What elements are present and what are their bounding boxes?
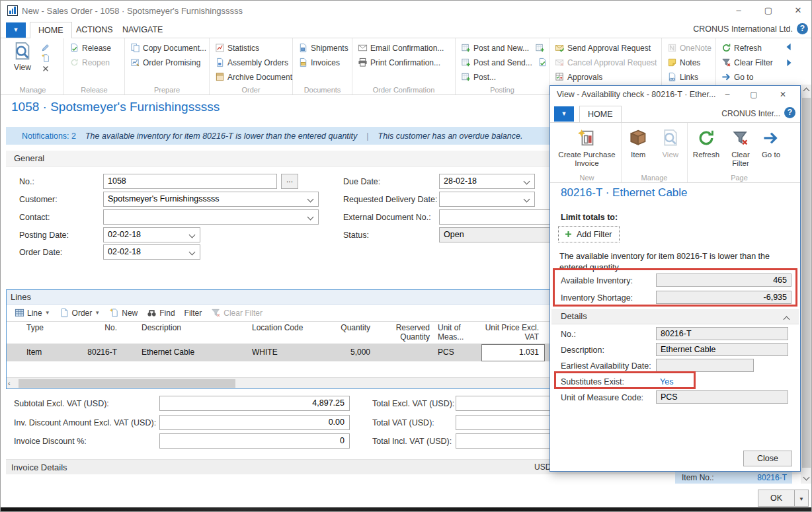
total-excl-vat-field[interactable] bbox=[456, 396, 551, 411]
application-menu-button[interactable]: ▼ bbox=[6, 22, 26, 38]
tab-navigate[interactable]: NAVIGATE bbox=[114, 22, 171, 38]
invoice-discount-pct-field[interactable]: 0 bbox=[159, 433, 350, 449]
popup-refresh-button[interactable]: Refresh bbox=[689, 126, 723, 172]
cell-quantity[interactable]: 5,000 bbox=[317, 344, 376, 361]
new-line-button[interactable]: New bbox=[106, 308, 140, 318]
col-unit-of-measure[interactable]: Unit of Meas... bbox=[435, 322, 481, 344]
go-to-button[interactable]: Go to bbox=[721, 71, 776, 83]
close-button[interactable]: ✕ bbox=[790, 5, 807, 17]
archive-document-button[interactable]: Archive Document bbox=[215, 71, 288, 83]
cell-reserved-quantity[interactable] bbox=[376, 344, 435, 361]
popup-go-to-button[interactable]: Go to bbox=[758, 126, 784, 172]
order-menu-button[interactable]: Order▼ bbox=[57, 308, 103, 318]
total-vat-field[interactable] bbox=[456, 415, 551, 430]
main-vertical-scrollbar[interactable] bbox=[801, 85, 812, 484]
popup-application-menu-button[interactable]: ▼ bbox=[554, 106, 574, 122]
minimize-button[interactable]: – bbox=[730, 5, 747, 17]
cell-type[interactable]: Item bbox=[7, 344, 70, 361]
scroll-up-icon[interactable] bbox=[801, 85, 812, 95]
ok-dropdown-icon[interactable]: ▼ bbox=[794, 490, 808, 506]
previous-record-button[interactable] bbox=[784, 42, 793, 52]
new-document-icon[interactable] bbox=[41, 54, 50, 63]
popup-tab-home[interactable]: HOME bbox=[579, 106, 622, 122]
collapse-details-icon[interactable] bbox=[784, 316, 790, 323]
notes-button[interactable]: Notes bbox=[667, 56, 711, 69]
notification-message-1[interactable]: The available inventory for item 80216-T… bbox=[85, 131, 357, 141]
popup-clear-filter-button[interactable]: Clear Filter bbox=[725, 126, 756, 172]
cell-description[interactable]: Ethernet Cable bbox=[136, 344, 245, 361]
popup-view-button[interactable]: View bbox=[655, 126, 686, 172]
total-incl-vat-field[interactable] bbox=[456, 433, 551, 449]
reopen-button[interactable]: Reopen bbox=[69, 56, 120, 69]
popup-minimize-button[interactable]: – bbox=[719, 89, 735, 100]
post-and-new-button[interactable]: Post and New... bbox=[461, 42, 545, 54]
col-description[interactable]: Description bbox=[136, 322, 245, 344]
send-approval-request-button[interactable]: Send Approval Request bbox=[555, 42, 657, 54]
delete-icon[interactable] bbox=[41, 64, 50, 73]
inv-discount-field[interactable]: 0.00 bbox=[159, 415, 350, 430]
assembly-orders-button[interactable]: Assembly Orders bbox=[215, 56, 288, 69]
no-field[interactable]: 1058 bbox=[103, 174, 277, 189]
refresh-button[interactable]: Refresh bbox=[721, 42, 776, 54]
view-button[interactable]: View bbox=[7, 42, 38, 73]
vertical-scrollbar-thumb[interactable] bbox=[802, 98, 811, 468]
post-and-send-button[interactable]: Post and Send... bbox=[461, 56, 545, 69]
col-quantity[interactable]: Quantity bbox=[317, 322, 376, 344]
order-date-field[interactable]: 02-02-18 bbox=[103, 244, 200, 260]
tab-home[interactable]: HOME bbox=[30, 22, 72, 38]
col-no[interactable]: No. bbox=[70, 322, 136, 344]
ok-button[interactable]: OK ▼ bbox=[758, 490, 809, 507]
requested-delivery-date-field[interactable] bbox=[439, 192, 535, 207]
item-button[interactable]: Item bbox=[623, 126, 654, 172]
maximize-button[interactable]: ▢ bbox=[760, 5, 777, 17]
due-date-field[interactable]: 28-02-18 bbox=[439, 174, 535, 189]
cancel-approval-request-button[interactable]: Cancel Approval Request bbox=[555, 56, 657, 69]
post-button[interactable]: Post... bbox=[461, 71, 545, 83]
popup-close-button[interactable]: ✕ bbox=[775, 89, 791, 100]
factbox-item-no-link[interactable]: 80216-T bbox=[757, 473, 792, 482]
onenote-button[interactable]: OneNote bbox=[667, 42, 711, 54]
popup-maximize-button[interactable]: ▢ bbox=[746, 89, 762, 100]
notifications-count-link[interactable]: Notifications: 2 bbox=[22, 131, 76, 141]
close-button-popup[interactable]: Close bbox=[743, 451, 792, 466]
next-record-button[interactable] bbox=[784, 58, 793, 67]
lines-clear-filter-button[interactable]: Clear Filter bbox=[208, 308, 265, 318]
cell-no[interactable]: 80216-T bbox=[70, 344, 136, 361]
details-section-header[interactable]: Details bbox=[551, 309, 799, 324]
posting-date-field[interactable]: 02-02-18 bbox=[103, 227, 200, 242]
find-button[interactable]: Find bbox=[144, 308, 177, 318]
col-location-code[interactable]: Location Code bbox=[245, 322, 317, 344]
invoices-button[interactable]: Invoices bbox=[298, 56, 348, 69]
col-unit-price[interactable]: Unit Price Excl. VAT bbox=[481, 322, 545, 344]
col-type[interactable]: Type bbox=[7, 322, 70, 344]
links-button[interactable]: Links bbox=[667, 71, 711, 83]
tab-actions[interactable]: ACTIONS bbox=[68, 22, 121, 38]
scroll-left-icon[interactable]: ‹ bbox=[8, 379, 11, 387]
add-filter-button[interactable]: Add Filter bbox=[558, 226, 620, 242]
subtotal-field[interactable]: 4,897.25 bbox=[159, 396, 350, 411]
no-assist-button[interactable]: ... bbox=[281, 174, 298, 189]
popup-help-icon[interactable]: ? bbox=[784, 107, 795, 118]
post-and-print-icon[interactable] bbox=[535, 43, 545, 53]
filter-button[interactable]: Filter bbox=[182, 309, 205, 318]
line-menu-button[interactable]: Line▼ bbox=[12, 308, 53, 318]
cell-unit-of-measure[interactable]: PCS bbox=[435, 344, 481, 361]
horizontal-scrollbar-thumb[interactable] bbox=[19, 379, 235, 388]
shipments-button[interactable]: Shipments bbox=[298, 42, 348, 54]
post-batch-icon[interactable] bbox=[538, 57, 548, 67]
notification-message-2[interactable]: This customer has an overdue balance. bbox=[378, 131, 523, 141]
print-confirmation-button[interactable]: Print Confirmation... bbox=[358, 56, 451, 69]
contact-field[interactable] bbox=[103, 209, 319, 225]
col-reserved-quantity[interactable]: Reserved Quantity bbox=[376, 322, 435, 344]
clear-filter-button[interactable]: Clear Filter bbox=[721, 56, 776, 69]
scroll-down-icon[interactable] bbox=[801, 473, 812, 484]
edit-icon[interactable] bbox=[41, 43, 50, 52]
email-confirmation-button[interactable]: Email Confirmation... bbox=[358, 42, 451, 54]
cell-unit-price[interactable]: 1.031 bbox=[481, 344, 545, 361]
approvals-button[interactable]: Approvals bbox=[555, 71, 657, 83]
help-icon[interactable]: ? bbox=[797, 23, 808, 34]
statistics-button[interactable]: Statistics bbox=[215, 42, 288, 54]
create-purchase-invoice-button[interactable]: Create Purchase Invoice bbox=[554, 126, 620, 172]
release-button[interactable]: Release bbox=[69, 42, 120, 54]
factbox-item-no-row[interactable]: Item No.: 80216-T bbox=[675, 471, 792, 484]
